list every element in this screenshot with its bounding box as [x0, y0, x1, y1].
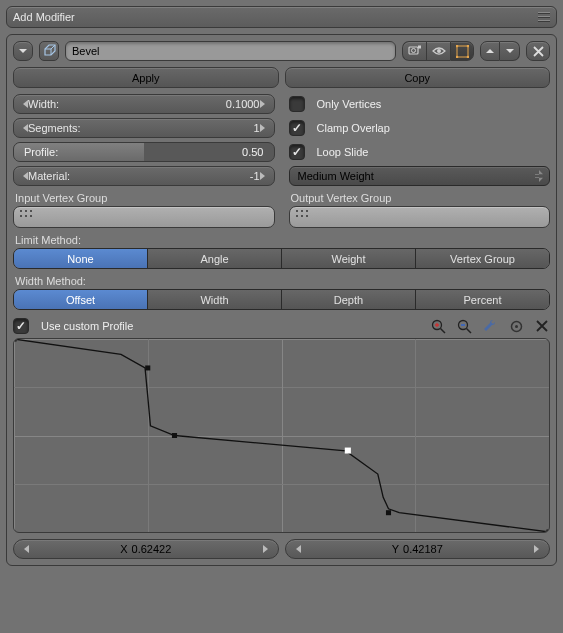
bevel-icon	[39, 41, 59, 61]
render-toggle[interactable]	[402, 41, 426, 61]
material-value: -1	[250, 170, 260, 182]
copy-label: Copy	[404, 72, 430, 84]
output-vg-label: Output Vertex Group	[291, 192, 551, 204]
width-option-width[interactable]: Width	[148, 290, 282, 309]
loop-slide-label: Loop Slide	[317, 146, 369, 158]
curve-x-label: X	[120, 543, 127, 555]
material-field[interactable]: Material:-1	[13, 166, 275, 186]
svg-point-5	[456, 45, 458, 47]
profile-slider[interactable]: Profile:0.50	[13, 142, 275, 162]
zoom-in-icon[interactable]	[430, 318, 446, 334]
panel-header[interactable]: Add Modifier	[6, 6, 557, 28]
width-method-segmented: OffsetWidthDepthPercent	[13, 289, 550, 310]
profile-label: Profile:	[24, 146, 242, 158]
svg-point-12	[515, 325, 518, 328]
viewport-toggle[interactable]	[426, 41, 450, 61]
use-custom-profile-label: Use custom Profile	[41, 320, 133, 332]
use-custom-profile-checkbox[interactable]	[13, 318, 29, 334]
tools-icon[interactable]	[482, 318, 498, 334]
curve-y-field[interactable]: Y0.42187	[285, 539, 551, 559]
svg-point-1	[411, 49, 415, 53]
svg-point-8	[466, 55, 468, 57]
curve-x-field[interactable]: X0.62422	[13, 539, 279, 559]
vertex-group-icon	[20, 210, 34, 224]
modifier-name-field[interactable]: Bevel	[65, 41, 396, 61]
limit-option-weight[interactable]: Weight	[282, 249, 416, 268]
curve-handle-selected[interactable]	[345, 448, 351, 454]
limit-method-label: Limit Method:	[15, 234, 550, 246]
curve-handle[interactable]	[386, 510, 391, 515]
width-field[interactable]: Width:0.1000	[13, 94, 275, 114]
only-vertices-label: Only Vertices	[317, 98, 382, 110]
zoom-out-icon[interactable]	[456, 318, 472, 334]
expand-toggle[interactable]	[13, 41, 33, 61]
curve-handle[interactable]	[14, 339, 17, 342]
grip-icon	[538, 10, 550, 24]
profile-value: 0.50	[242, 146, 263, 158]
curve-y-value: 0.42187	[403, 543, 443, 555]
weight-mode-select[interactable]: Medium Weight	[289, 166, 551, 186]
svg-point-7	[456, 55, 458, 57]
panel-title: Add Modifier	[13, 11, 538, 23]
loop-slide-checkbox[interactable]	[289, 144, 305, 160]
apply-button[interactable]: Apply	[13, 67, 279, 88]
curve-editor[interactable]	[13, 338, 550, 533]
vertex-group-icon	[296, 210, 310, 224]
clamp-overlap-label: Clamp Overlap	[317, 122, 390, 134]
only-vertices-checkbox[interactable]	[289, 96, 305, 112]
limit-option-angle[interactable]: Angle	[148, 249, 282, 268]
limit-option-none[interactable]: None	[14, 249, 148, 268]
copy-button[interactable]: Copy	[285, 67, 551, 88]
curve-x-value: 0.62422	[132, 543, 172, 555]
limit-method-segmented: NoneAngleWeightVertex Group	[13, 248, 550, 269]
editmode-toggle[interactable]	[450, 41, 474, 61]
curve-path	[14, 339, 549, 532]
clamp-overlap-checkbox[interactable]	[289, 120, 305, 136]
width-method-label: Width Method:	[15, 275, 550, 287]
width-label: Width:	[28, 98, 226, 110]
input-vg-field[interactable]	[13, 206, 275, 228]
material-label: Material:	[28, 170, 250, 182]
move-down-button[interactable]	[500, 41, 520, 61]
curve-handle[interactable]	[145, 365, 150, 370]
output-vg-field[interactable]	[289, 206, 551, 228]
snap-icon[interactable]	[508, 318, 524, 334]
width-option-depth[interactable]: Depth	[282, 290, 416, 309]
curve-y-label: Y	[392, 543, 399, 555]
delete-modifier-button[interactable]	[526, 41, 550, 61]
width-option-percent[interactable]: Percent	[416, 290, 549, 309]
curve-handle[interactable]	[546, 530, 549, 533]
modifier-name: Bevel	[72, 45, 100, 57]
segments-value: 1	[253, 122, 259, 134]
svg-point-3	[437, 49, 441, 53]
weight-mode-value: Medium Weight	[298, 170, 374, 182]
apply-label: Apply	[132, 72, 160, 84]
width-value: 0.1000	[226, 98, 260, 110]
segments-label: Segments:	[28, 122, 253, 134]
reset-icon[interactable]	[534, 318, 550, 334]
move-up-button[interactable]	[480, 41, 500, 61]
input-vg-label: Input Vertex Group	[15, 192, 275, 204]
width-option-offset[interactable]: Offset	[14, 290, 148, 309]
curve-handle[interactable]	[172, 433, 177, 438]
svg-rect-4	[457, 46, 468, 57]
segments-field[interactable]: Segments:1	[13, 118, 275, 138]
svg-rect-2	[418, 46, 421, 49]
svg-point-6	[466, 45, 468, 47]
limit-option-vertex-group[interactable]: Vertex Group	[416, 249, 549, 268]
